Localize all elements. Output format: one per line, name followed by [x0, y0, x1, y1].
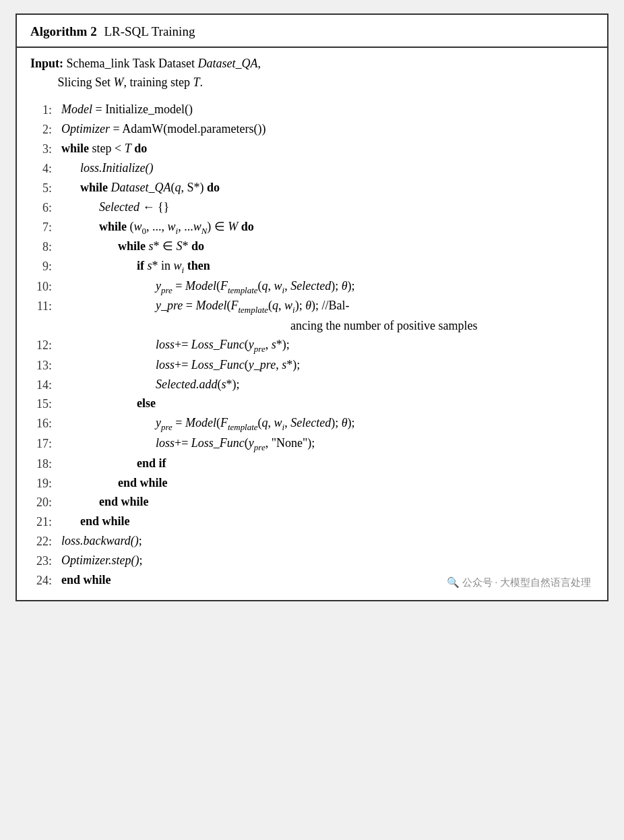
algorithm-body: Input: Schema_link Task Dataset Dataset_…	[17, 48, 607, 600]
line-num-9: 9:	[30, 257, 61, 276]
line-num-18: 18:	[30, 454, 61, 474]
input-section: Input: Schema_link Task Dataset Dataset_…	[30, 55, 594, 95]
line-num-5: 5:	[30, 179, 61, 198]
line-content-20: end while	[99, 493, 594, 512]
line-content-6: Selected ← {}	[99, 198, 594, 217]
line-content-7: while (w0, ..., wi, ...wN) ∈ W do	[99, 218, 594, 238]
line-num-1: 1:	[30, 100, 61, 120]
line-content-14: Selected.add(s*);	[156, 376, 594, 394]
dataset-var: Dataset_QA	[197, 57, 257, 70]
line-10: 10: ypre = Model(Ftemplate(q, wi, Select…	[30, 277, 594, 297]
line-14: 14: Selected.add(s*);	[30, 376, 594, 395]
line-content-18: end if	[137, 454, 594, 473]
line-15: 15: else	[30, 394, 594, 414]
line-content-22: loss.backward();	[61, 532, 594, 551]
algo-title: LR-SQL Training	[104, 24, 195, 38]
line-num-24: 24:	[30, 571, 61, 591]
line-num-17: 17:	[30, 434, 61, 454]
line-content-1: Model = Initialize_model()	[61, 100, 594, 119]
line-num-14: 14:	[30, 376, 61, 395]
line-num-4: 4:	[30, 159, 61, 179]
line-num-19: 19:	[30, 474, 61, 493]
line-21: 21: end while	[30, 512, 594, 532]
line-num-6: 6:	[30, 198, 61, 218]
algorithm-box: Algorithm 2 LR-SQL Training Input: Schem…	[15, 13, 609, 601]
line-content-2: Optimizer = AdamW(model.parameters())	[61, 120, 594, 139]
line-12: 12: loss+= Loss_Func(ypre, s*);	[30, 336, 594, 356]
algo-number: Algorithm 2	[30, 24, 97, 38]
line-num-15: 15:	[30, 394, 61, 414]
line-num-23: 23:	[30, 551, 61, 571]
line-content-3: while step < T do	[61, 140, 594, 158]
line-13: 13: loss+= Loss_Func(y_pre, s*);	[30, 356, 594, 376]
line-19: 19: end while	[30, 474, 594, 493]
line-content-17: loss+= Loss_Func(ypre, "None");	[156, 434, 594, 454]
line-num-11: 11:	[30, 297, 61, 316]
line-5: 5: while Dataset_QA(q, S*) do	[30, 179, 594, 198]
line-24: 24: end while 🔍 公众号 · 大模型自然语言处理	[30, 571, 594, 591]
line-num-21: 21:	[30, 512, 61, 532]
lines-section: 1: Model = Initialize_model() 2: Optimiz…	[30, 100, 594, 591]
line-num-10: 10:	[30, 277, 61, 297]
line-content-21: end while	[80, 512, 594, 531]
line-8: 8: while s* ∈ S* do	[30, 237, 594, 257]
line-17: 17: loss+= Loss_Func(ypre, "None");	[30, 434, 594, 454]
line-num-20: 20:	[30, 493, 61, 512]
line-num-16: 16:	[30, 414, 61, 433]
line-2: 2: Optimizer = AdamW(model.parameters())	[30, 120, 594, 140]
line-9: 9: if s* in wi then	[30, 257, 594, 277]
line-num-12: 12:	[30, 336, 61, 355]
line-4: 4: loss.Initialize()	[30, 159, 594, 179]
line-content-23: Optimizer.step();	[61, 551, 594, 570]
line-6: 6: Selected ← {}	[30, 198, 594, 218]
line-20: 20: end while	[30, 493, 594, 512]
line-num-7: 7:	[30, 218, 61, 237]
line-1: 1: Model = Initialize_model()	[30, 100, 594, 120]
watermark: 🔍 公众号 · 大模型自然语言处理	[447, 575, 594, 591]
step-var: T	[193, 76, 200, 89]
line-num-13: 13:	[30, 356, 61, 376]
line-3: 3: while step < T do	[30, 140, 594, 159]
slicing-var: W	[114, 76, 124, 89]
input-label: Input:	[30, 57, 63, 70]
line-content-4: loss.Initialize()	[80, 159, 594, 178]
line-23: 23: Optimizer.step();	[30, 551, 594, 571]
line-num-2: 2:	[30, 120, 61, 140]
line-content-12: loss+= Loss_Func(ypre, s*);	[156, 336, 594, 356]
line-content-16: ypre = Model(Ftemplate(q, wi, Selected);…	[156, 414, 594, 434]
line-content-13: loss+= Loss_Func(y_pre, s*);	[156, 356, 594, 375]
line-content-19: end while	[118, 474, 594, 493]
line-num-8: 8:	[30, 237, 61, 257]
line-content-5: while Dataset_QA(q, S*) do	[80, 179, 594, 198]
line-content-24: end while 🔍 公众号 · 大模型自然语言处理	[61, 571, 594, 591]
line-7: 7: while (w0, ..., wi, ...wN) ∈ W do	[30, 218, 594, 238]
line-content-8: while s* ∈ S* do	[118, 237, 594, 256]
line-content-15: else	[137, 394, 594, 413]
line-18: 18: end if	[30, 454, 594, 474]
line-11: 11: y_pre = Model(Ftemplate(q, wi); θ); …	[30, 297, 594, 336]
line-content-10: ypre = Model(Ftemplate(q, wi, Selected);…	[156, 277, 594, 297]
line-content-11: y_pre = Model(Ftemplate(q, wi); θ); //Ba…	[156, 297, 594, 336]
line-16: 16: ypre = Model(Ftemplate(q, wi, Select…	[30, 414, 594, 434]
line-num-3: 3:	[30, 140, 61, 159]
algorithm-header: Algorithm 2 LR-SQL Training	[17, 15, 607, 48]
end-while-label: end while	[61, 571, 111, 591]
line-22: 22: loss.backward();	[30, 532, 594, 551]
line-num-22: 22:	[30, 532, 61, 551]
line-content-9: if s* in wi then	[137, 257, 594, 277]
